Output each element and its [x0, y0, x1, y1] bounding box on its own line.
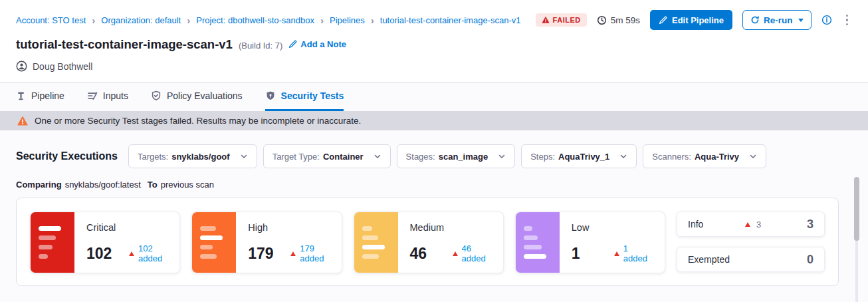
tab-pipeline[interactable]: Pipeline	[16, 82, 64, 111]
tab-label: Policy Evaluations	[167, 90, 243, 101]
refresh-icon	[750, 15, 760, 25]
pipeline-execution-page: Account: STO test › Organization: defaul…	[0, 0, 868, 302]
filter-value: AquaTrivy_1	[558, 152, 609, 162]
exempted-card[interactable]: Exempted 0	[677, 247, 825, 272]
info-icon[interactable]	[821, 15, 832, 25]
chevron-down-icon	[619, 152, 627, 160]
duration: 5m 59s	[597, 15, 640, 25]
rerun-button[interactable]: Re-run	[742, 10, 812, 30]
severity-label: Medium	[410, 222, 492, 233]
severity-label: Critical	[86, 222, 169, 233]
tab-bar: Pipeline Inputs Policy Evaluations Secur…	[0, 82, 868, 111]
filter-label: Scanners:	[652, 152, 691, 162]
high-severity-icon	[192, 212, 236, 273]
chevron-down-icon	[240, 152, 248, 160]
target-type-filter-dropdown[interactable]: Target Type: Container	[263, 144, 391, 168]
targets-filter-dropdown[interactable]: Targets: snyklabs/goof	[128, 144, 257, 168]
scrollbar-thumb[interactable]	[854, 177, 859, 241]
chevron-down-icon	[374, 152, 381, 160]
section-title: Security Executions	[16, 150, 118, 162]
chevron-right-icon: ›	[371, 15, 374, 25]
breadcrumb-pipelines[interactable]: Pipelines	[330, 15, 365, 25]
security-executions-header: Security Executions Targets: snyklabs/go…	[16, 144, 852, 168]
severity-delta: 1 added	[623, 243, 654, 263]
stages-filter-dropdown[interactable]: Stages: scan_image	[397, 144, 516, 168]
filter-value: Aqua-Trivy	[695, 152, 739, 162]
warning-banner: One or more Security Test stages failed.…	[0, 111, 868, 130]
breadcrumb-pipeline-name[interactable]: tutorial-test-container-image-scan-v1	[380, 15, 521, 25]
up-triangle-icon	[453, 251, 458, 256]
more-options-icon[interactable]	[842, 12, 853, 29]
warning-banner-text: One or more Security Test stages failed.…	[35, 116, 361, 126]
high-card[interactable]: High 179 179 added	[191, 212, 342, 273]
comparing-line: Comparing snyklabs/goof:latest To previo…	[16, 180, 852, 190]
severity-delta: 179 added	[300, 243, 330, 263]
info-count: 3	[807, 218, 814, 231]
add-note-button[interactable]: Add a Note	[288, 39, 346, 49]
filter-value: scan_image	[439, 152, 488, 162]
tab-label: Security Tests	[281, 90, 344, 101]
breadcrumb-row: Account: STO test › Organization: defaul…	[16, 10, 852, 30]
security-tests-content: Security Executions Targets: snyklabs/go…	[0, 130, 868, 286]
critical-severity-icon	[31, 212, 74, 273]
pipeline-icon	[16, 91, 26, 101]
info-delta: 3	[756, 220, 761, 229]
shield-icon	[265, 90, 276, 101]
chevron-right-icon: ›	[320, 15, 324, 25]
severity-count: 179	[248, 245, 290, 263]
medium-card[interactable]: Medium 46 46 added	[354, 212, 504, 273]
shield-check-icon	[151, 90, 162, 101]
critical-card[interactable]: Critical 102 102 added	[30, 212, 180, 273]
low-card[interactable]: Low 1 1 added	[515, 212, 665, 273]
tab-policy-evaluations[interactable]: Policy Evaluations	[151, 82, 243, 111]
chevron-right-icon: ›	[92, 15, 95, 25]
filter-bar: Targets: snyklabs/goof Target Type: Cont…	[128, 144, 766, 168]
severity-delta: 46 added	[462, 243, 492, 263]
breadcrumb-account[interactable]: Account: STO test	[16, 15, 86, 25]
medium-severity-icon	[354, 212, 398, 273]
warning-triangle-icon	[17, 116, 28, 126]
severity-count: 1	[572, 245, 614, 263]
build-id: (Build Id: 7)	[239, 41, 282, 51]
chevron-right-icon: ›	[187, 15, 190, 25]
filter-label: Target Type:	[272, 152, 320, 162]
tab-label: Pipeline	[31, 90, 64, 101]
up-triangle-icon	[290, 251, 296, 256]
severity-label: High	[248, 222, 330, 233]
user-name: Doug Bothwell	[33, 61, 92, 72]
scanners-filter-dropdown[interactable]: Scanners: Aqua-Trivy	[643, 144, 766, 168]
comparing-baseline: previous scan	[161, 180, 214, 190]
user-row: Doug Bothwell	[16, 61, 852, 72]
info-card[interactable]: Info 3 3	[677, 212, 825, 237]
info-label: Info	[688, 219, 745, 229]
up-triangle-icon	[745, 222, 750, 227]
severity-count: 102	[86, 245, 129, 263]
severity-label: Low	[572, 222, 654, 233]
rerun-label: Re-run	[764, 15, 793, 25]
title-row: tutorial-test-container-image-scan-v1 (B…	[16, 37, 852, 52]
clock-icon	[597, 15, 607, 25]
add-note-label: Add a Note	[300, 39, 346, 49]
up-triangle-icon	[129, 251, 134, 256]
severity-summary-panel: Critical 102 102 added High 179 179 adde…	[16, 198, 839, 286]
duration-value: 5m 59s	[611, 15, 640, 25]
severity-delta: 102 added	[138, 243, 169, 263]
steps-filter-dropdown[interactable]: Steps: AquaTrivy_1	[521, 144, 637, 168]
tab-inputs[interactable]: Inputs	[87, 82, 128, 111]
comparing-to-label: To	[148, 180, 158, 190]
chevron-down-icon	[798, 19, 804, 22]
edit-pipeline-button[interactable]: Edit Pipeline	[650, 10, 732, 30]
pencil-icon	[288, 40, 297, 49]
status-badge: FAILED	[536, 13, 587, 27]
exempted-count: 0	[807, 253, 814, 267]
breadcrumb-organization[interactable]: Organization: default	[101, 15, 181, 25]
low-severity-icon	[516, 212, 560, 273]
sliders-icon	[87, 90, 98, 101]
filter-label: Steps:	[530, 152, 555, 162]
chevron-down-icon	[498, 152, 506, 160]
user-avatar-icon	[16, 61, 27, 72]
filter-value: snyklabs/goof	[171, 152, 229, 162]
edit-pipeline-label: Edit Pipeline	[672, 15, 724, 25]
tab-security-tests[interactable]: Security Tests	[265, 82, 344, 111]
breadcrumb-project[interactable]: Project: dbothwell-sto-sandbox	[196, 15, 314, 25]
